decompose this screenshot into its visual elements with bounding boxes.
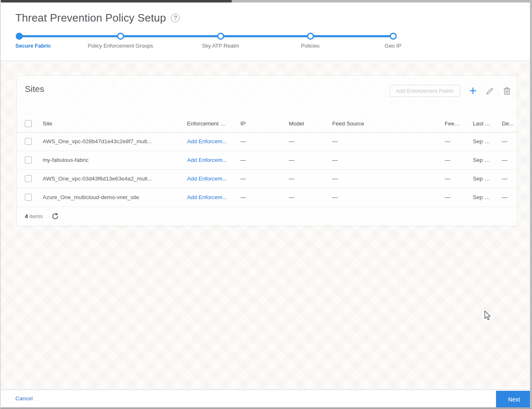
trash-icon xyxy=(503,87,511,95)
table-row[interactable]: AWS_One_vpc-03d43f6d13e63e4a2_mult... Ad… xyxy=(17,169,517,188)
plus-icon: + xyxy=(469,86,477,96)
add-enforcement-link[interactable]: Add Enforcem... xyxy=(187,194,227,200)
table-row[interactable]: my-fabulous-fabric Add Enforcem... — — —… xyxy=(17,151,517,169)
model-cell: — xyxy=(281,169,324,188)
select-all-checkbox[interactable] xyxy=(25,120,32,127)
step-label-geo-ip[interactable]: Geo IP xyxy=(347,43,439,49)
de-cell: — xyxy=(494,132,517,151)
step-dot-secure-fabric[interactable] xyxy=(16,33,23,40)
step-dot-policies[interactable] xyxy=(307,33,314,40)
column-header-enforcement[interactable]: Enforcement ... xyxy=(179,115,232,132)
row-checkbox[interactable] xyxy=(25,156,32,164)
window-frame-top xyxy=(0,0,532,2)
edit-site-button[interactable] xyxy=(486,87,494,95)
step-dot-sky-atp-realm[interactable] xyxy=(217,33,224,40)
column-header-de[interactable]: De... xyxy=(494,115,517,132)
ip-cell: — xyxy=(232,188,281,207)
ip-cell: — xyxy=(232,132,281,151)
feed-source-cell: — xyxy=(324,188,437,207)
site-name-cell: AWS_One_vpc-03d43f6d13e63e4a2_mult... xyxy=(35,169,179,188)
last-cell: Sep 0... xyxy=(465,169,494,188)
refresh-icon xyxy=(51,212,59,220)
sites-panel-title: Sites xyxy=(25,84,44,94)
step-label-secure-fabric[interactable]: Secure Fabric xyxy=(15,43,51,49)
de-cell: — xyxy=(494,169,517,188)
sites-panel: Sites Add Enforcement Points + xyxy=(17,75,517,226)
wizard-action-bar: Cancel Next xyxy=(1,390,530,407)
column-header-feed[interactable]: Feed ... xyxy=(437,115,465,132)
table-row[interactable]: AWS_One_vpc-028b47d1e43c2e8f7_mult... Ad… xyxy=(17,132,517,151)
sites-toolbar: Add Enforcement Points + xyxy=(390,85,511,97)
row-checkbox[interactable] xyxy=(25,175,32,182)
step-label-policy-enforcement-groups[interactable]: Policy Enforcement Groups xyxy=(75,43,166,49)
add-enforcement-points-button[interactable]: Add Enforcement Points xyxy=(390,85,460,97)
site-name-cell: AWS_One_vpc-028b47d1e43c2e8f7_mult... xyxy=(35,132,179,151)
de-cell: — xyxy=(494,188,517,207)
feed-cell: — xyxy=(437,188,465,207)
ip-cell: — xyxy=(232,169,281,188)
step-label-sky-atp-realm[interactable]: Sky ATP Realm xyxy=(175,43,266,49)
sites-table: Site Enforcement ... IP Model Feed Sourc… xyxy=(17,115,517,207)
help-icon[interactable]: ? xyxy=(171,14,180,22)
column-header-site[interactable]: Site xyxy=(35,115,179,132)
page-title: Threat Prevention Policy Setup xyxy=(15,12,166,24)
site-name-cell: Azure_One_multicloud-demo-vnet_site xyxy=(35,188,179,207)
model-cell: — xyxy=(281,188,324,207)
add-site-button[interactable]: + xyxy=(469,86,477,96)
stepper-track xyxy=(19,35,393,37)
row-checkbox[interactable] xyxy=(25,138,32,145)
feed-source-cell: — xyxy=(324,151,437,169)
cancel-button[interactable]: Cancel xyxy=(15,395,33,402)
table-row[interactable]: Azure_One_multicloud-demo-vnet_site Add … xyxy=(17,188,517,207)
model-cell: — xyxy=(281,151,324,169)
add-enforcement-link[interactable]: Add Enforcem... xyxy=(187,138,227,144)
next-button[interactable]: Next xyxy=(496,391,532,408)
page-header: Threat Prevention Policy Setup ? xyxy=(15,12,180,24)
add-enforcement-link[interactable]: Add Enforcem... xyxy=(187,176,227,182)
delete-site-button[interactable] xyxy=(503,87,511,95)
feed-cell: — xyxy=(437,151,465,169)
items-count: 4 items xyxy=(25,213,43,219)
feed-source-cell: — xyxy=(324,132,437,151)
column-header-model[interactable]: Model xyxy=(281,115,324,132)
refresh-button[interactable] xyxy=(51,212,59,220)
column-header-last[interactable]: Last ... xyxy=(465,115,494,132)
step-dot-geo-ip[interactable] xyxy=(390,33,397,40)
model-cell: — xyxy=(281,132,324,151)
pencil-icon xyxy=(486,87,494,95)
last-cell: Sep 0... xyxy=(465,132,494,151)
de-cell: — xyxy=(494,151,517,169)
feed-cell: — xyxy=(437,169,465,188)
add-enforcement-link[interactable]: Add Enforcem... xyxy=(187,157,227,163)
table-header-row: Site Enforcement ... IP Model Feed Sourc… xyxy=(17,115,517,132)
table-footer: 4 items xyxy=(17,207,517,226)
column-header-feed-source[interactable]: Feed Source xyxy=(324,115,437,132)
row-checkbox[interactable] xyxy=(25,194,32,201)
last-cell: Sep 0... xyxy=(465,151,494,169)
step-label-policies[interactable]: Policies xyxy=(265,43,356,49)
feed-source-cell: — xyxy=(324,169,437,188)
column-header-ip[interactable]: IP xyxy=(232,115,281,132)
last-cell: Sep 0... xyxy=(465,188,494,207)
step-dot-policy-enforcement-groups[interactable] xyxy=(117,33,124,40)
feed-cell: — xyxy=(437,132,465,151)
mouse-cursor xyxy=(484,310,491,321)
ip-cell: — xyxy=(232,151,281,169)
frame-progress-segment xyxy=(0,0,232,2)
site-name-cell: my-fabulous-fabric xyxy=(35,151,179,169)
